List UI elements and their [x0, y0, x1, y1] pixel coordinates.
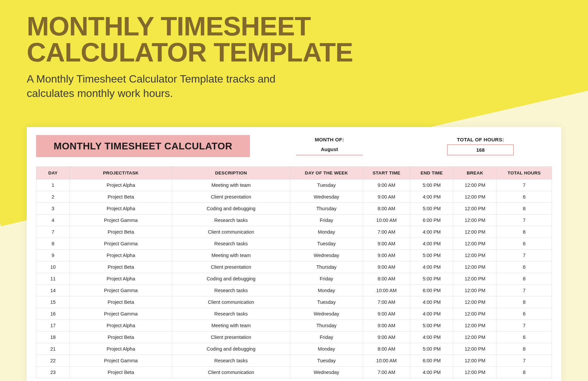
cell-dow: Monday — [290, 226, 363, 238]
cell-day: 9 — [36, 250, 70, 261]
total-hours-block: TOTAL OF HOURS: 168 — [409, 135, 552, 157]
cell-br: 12:00 PM — [453, 285, 497, 296]
cell-day: 18 — [36, 332, 70, 343]
table-row: 23Project BetaClient communicationWednes… — [36, 367, 552, 378]
cell-st: 9:00 AM — [363, 332, 410, 343]
cell-proj: Project Beta — [70, 367, 172, 378]
hero-subtitle: A Monthly Timesheet Calculator Template … — [27, 72, 301, 101]
cell-br: 12:00 PM — [453, 273, 497, 285]
cell-th: 8 — [497, 226, 552, 238]
cell-st: 9:00 AM — [363, 191, 410, 203]
table-row: 7Project BetaClient communicationMonday7… — [36, 226, 552, 238]
cell-st: 9:00 AM — [363, 320, 410, 332]
cell-th: 7 — [497, 215, 552, 226]
cell-desc: Research tasks — [172, 285, 290, 296]
cell-th: 7 — [497, 179, 552, 191]
cell-br: 12:00 PM — [453, 367, 497, 378]
cell-day: 23 — [36, 367, 70, 378]
cell-desc: Client presentation — [172, 261, 290, 273]
cell-th: 6 — [497, 261, 552, 273]
cell-proj: Project Alpha — [70, 320, 172, 332]
cell-et: 5:00 PM — [410, 343, 453, 355]
cell-proj: Project Gamma — [70, 308, 172, 320]
cell-day: 17 — [36, 320, 70, 332]
table-body: 1Project AlphaMeeting with teamTuesday9:… — [36, 179, 552, 378]
cell-day: 21 — [36, 343, 70, 355]
cell-et: 5:00 PM — [410, 179, 453, 191]
cell-et: 5:00 PM — [410, 320, 453, 332]
cell-th: 6 — [497, 191, 552, 203]
cell-day: 10 — [36, 261, 70, 273]
total-hours-value: 168 — [447, 144, 514, 155]
cell-et: 4:00 PM — [410, 238, 453, 250]
cell-day: 14 — [36, 285, 70, 296]
table-row: 21Project AlphaCoding and debuggingMonda… — [36, 343, 552, 355]
cell-proj: Project Beta — [70, 296, 172, 308]
cell-et: 5:00 PM — [410, 203, 453, 215]
cell-dow: Thursday — [290, 203, 363, 215]
cell-et: 4:00 PM — [410, 332, 453, 343]
cell-th: 8 — [497, 343, 552, 355]
cell-desc: Client communication — [172, 226, 290, 238]
cell-st: 10:00 AM — [363, 355, 410, 367]
table-row: 22Project GammaResearch tasksTuesday10:0… — [36, 355, 552, 367]
table-row: 1Project AlphaMeeting with teamTuesday9:… — [36, 179, 552, 191]
cell-st: 7:00 AM — [363, 296, 410, 308]
table-row: 11Project AlphaCoding and debuggingFrida… — [36, 273, 552, 285]
month-of-block: MONTH OF: August — [258, 135, 401, 157]
cell-st: 9:00 AM — [363, 238, 410, 250]
cell-desc: Coding and debugging — [172, 343, 290, 355]
cell-day: 1 — [36, 179, 70, 191]
cell-proj: Project Beta — [70, 261, 172, 273]
cell-dow: Tuesday — [290, 179, 363, 191]
cell-th: 6 — [497, 308, 552, 320]
cell-desc: Coding and debugging — [172, 273, 290, 285]
table-row: 15Project BetaClient communicationTuesda… — [36, 296, 552, 308]
cell-proj: Project Alpha — [70, 250, 172, 261]
cell-dow: Friday — [290, 215, 363, 226]
cell-day: 11 — [36, 273, 70, 285]
cell-et: 6:00 PM — [410, 285, 453, 296]
cell-th: 7 — [497, 250, 552, 261]
table-row: 16Project GammaResearch tasksWednesday9:… — [36, 308, 552, 320]
cell-desc: Research tasks — [172, 215, 290, 226]
cell-proj: Project Gamma — [70, 215, 172, 226]
table-row: 10Project BetaClient presentationThursda… — [36, 261, 552, 273]
cell-br: 12:00 PM — [453, 191, 497, 203]
cell-desc: Client presentation — [172, 191, 290, 203]
table-row: 2Project BetaClient presentationWednesda… — [36, 191, 552, 203]
cell-st: 9:00 AM — [363, 179, 410, 191]
cell-et: 5:00 PM — [410, 273, 453, 285]
cell-proj: Project Alpha — [70, 343, 172, 355]
cell-br: 12:00 PM — [453, 203, 497, 215]
cell-th: 7 — [497, 355, 552, 367]
col-header: DAY — [36, 167, 70, 179]
cell-day: 15 — [36, 296, 70, 308]
cell-th: 8 — [497, 203, 552, 215]
cell-st: 10:00 AM — [363, 285, 410, 296]
cell-dow: Tuesday — [290, 238, 363, 250]
cell-proj: Project Beta — [70, 226, 172, 238]
hero-block: MONTHLY TIMESHEET CALCULATOR TEMPLATE A … — [27, 13, 428, 101]
cell-proj: Project Gamma — [70, 285, 172, 296]
cell-br: 12:00 PM — [453, 226, 497, 238]
sheet-topbar: MONTHLY TIMESHEET CALCULATOR MONTH OF: A… — [36, 135, 552, 157]
cell-th: 8 — [497, 273, 552, 285]
table-row: 18Project BetaClient presentationFriday9… — [36, 332, 552, 343]
cell-st: 9:00 AM — [363, 250, 410, 261]
cell-day: 8 — [36, 238, 70, 250]
cell-br: 12:00 PM — [453, 261, 497, 273]
cell-desc: Research tasks — [172, 238, 290, 250]
spreadsheet-preview: MONTHLY TIMESHEET CALCULATOR MONTH OF: A… — [27, 127, 561, 381]
cell-st: 8:00 AM — [363, 203, 410, 215]
table-header: DAYPROJECT/TASKDESCRIPTIONDAY OF THE WEE… — [36, 167, 552, 179]
cell-proj: Project Alpha — [70, 273, 172, 285]
cell-br: 12:00 PM — [453, 250, 497, 261]
cell-day: 7 — [36, 226, 70, 238]
cell-et: 4:00 PM — [410, 296, 453, 308]
table-row: 17Project AlphaMeeting with teamThursday… — [36, 320, 552, 332]
template-card: MONTHLY TIMESHEET CALCULATOR TEMPLATE A … — [0, 0, 588, 381]
cell-br: 12:00 PM — [453, 296, 497, 308]
cell-br: 12:00 PM — [453, 308, 497, 320]
cell-st: 10:00 AM — [363, 215, 410, 226]
